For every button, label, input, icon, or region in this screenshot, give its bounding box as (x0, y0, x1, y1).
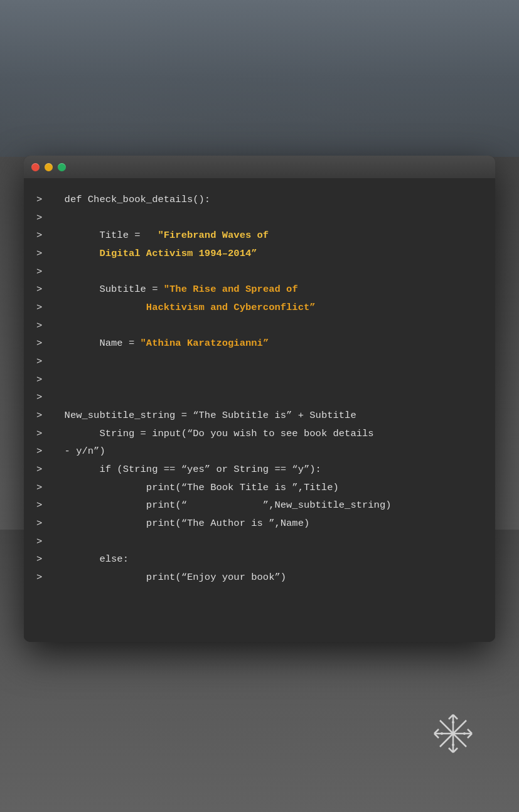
code-content-12 (53, 388, 483, 407)
prompt-18: > (36, 496, 48, 515)
maximize-button[interactable] (58, 163, 66, 171)
prompt-9: > (36, 334, 48, 353)
code-content-2 (53, 209, 483, 227)
code-line-14: > String = input(“Do you wish to see boo… (36, 425, 483, 443)
code-line-11: > (36, 371, 483, 389)
code-content-10 (53, 353, 483, 371)
prompt-12: > (36, 388, 48, 407)
code-content-18: print(“ ”,New_subtitle_string) (53, 496, 483, 515)
svg-point-16 (463, 732, 466, 735)
code-content-3: Title = "Firebrand Waves of (53, 227, 483, 245)
code-content-4: Digital Activism 1994–2014” (53, 245, 483, 263)
prompt-10: > (36, 353, 48, 371)
prompt-17: > (36, 479, 48, 497)
prompt-13: > (36, 407, 48, 425)
code-content-19: print(“The Author is ”,Name) (53, 515, 483, 533)
prompt-5: > (36, 263, 48, 281)
code-line-10: > (36, 353, 483, 371)
terminal-titlebar (24, 156, 495, 178)
prompt-19: > (36, 515, 48, 533)
code-line-6: > Subtitle = "The Rise and Spread of (36, 280, 483, 299)
close-button[interactable] (31, 163, 40, 171)
code-content-8 (53, 317, 483, 335)
code-line-5: > (36, 263, 483, 281)
code-line-4: > Digital Activism 1994–2014” (36, 245, 483, 263)
prompt-3: > (36, 227, 48, 245)
prompt-15: > (36, 442, 48, 461)
minimize-button[interactable] (45, 163, 53, 171)
svg-point-15 (441, 732, 443, 735)
code-content-15: - y/n”) (53, 442, 483, 461)
prompt-2: > (36, 209, 48, 227)
prompt-1: > (36, 191, 48, 209)
prompt-7: > (36, 299, 48, 317)
code-line-13: > New_subtitle_string = “The Subtitle is… (36, 407, 483, 425)
code-content-13: New_subtitle_string = “The Subtitle is” … (53, 407, 483, 425)
code-line-2: > (36, 209, 483, 227)
code-line-15: > - y/n”) (36, 442, 483, 461)
code-content-11 (53, 371, 483, 389)
prompt-11: > (36, 371, 48, 389)
code-line-3: > Title = "Firebrand Waves of (36, 227, 483, 245)
code-line-12: > (36, 388, 483, 407)
prompt-22: > (36, 569, 48, 587)
code-content-14: String = input(“Do you wish to see book … (53, 425, 483, 443)
code-content-17: print(“The Book Title is ”,Title) (53, 479, 483, 497)
code-content-22: print(“Enjoy your book”) (53, 569, 483, 587)
prompt-14: > (36, 425, 48, 443)
prompt-16: > (36, 461, 48, 479)
bg-top (0, 0, 519, 157)
prompt-21: > (36, 550, 48, 569)
publisher-logo (428, 708, 478, 759)
code-line-7: > Hacktivism and Cyberconflict” (36, 299, 483, 317)
prompt-8: > (36, 317, 48, 335)
svg-point-14 (452, 744, 454, 746)
code-content-7: Hacktivism and Cyberconflict” (53, 299, 483, 317)
code-line-16: > if (String == “yes” or String == “y”): (36, 461, 483, 479)
prompt-4: > (36, 245, 48, 263)
code-content-9: Name = "Athina Karatzogianni” (53, 334, 483, 353)
code-content-20 (53, 533, 483, 551)
code-content-6: Subtitle = "The Rise and Spread of (53, 280, 483, 299)
code-line-21: > else: (36, 550, 483, 569)
code-line-1: > def Check_book_details(): (36, 191, 483, 209)
code-content-21: else: (53, 550, 483, 569)
code-line-17: > print(“The Book Title is ”,Title) (36, 479, 483, 497)
code-line-19: > print(“The Author is ”,Name) (36, 515, 483, 533)
code-line-9: > Name = "Athina Karatzogianni” (36, 334, 483, 353)
terminal-body: > def Check_book_details(): > > Title = … (24, 178, 495, 642)
code-line-20: > (36, 533, 483, 551)
code-line-22: > print(“Enjoy your book”) (36, 569, 483, 587)
prompt-6: > (36, 280, 48, 299)
code-line-18: > print(“ ”,New_subtitle_string) (36, 496, 483, 515)
code-line-8: > (36, 317, 483, 335)
prompt-20: > (36, 533, 48, 551)
code-content-5 (53, 263, 483, 281)
code-content-1: def Check_book_details(): (53, 191, 483, 209)
code-content-16: if (String == “yes” or String == “y”): (53, 461, 483, 479)
terminal-window: > def Check_book_details(): > > Title = … (24, 156, 495, 642)
svg-point-13 (452, 721, 454, 724)
